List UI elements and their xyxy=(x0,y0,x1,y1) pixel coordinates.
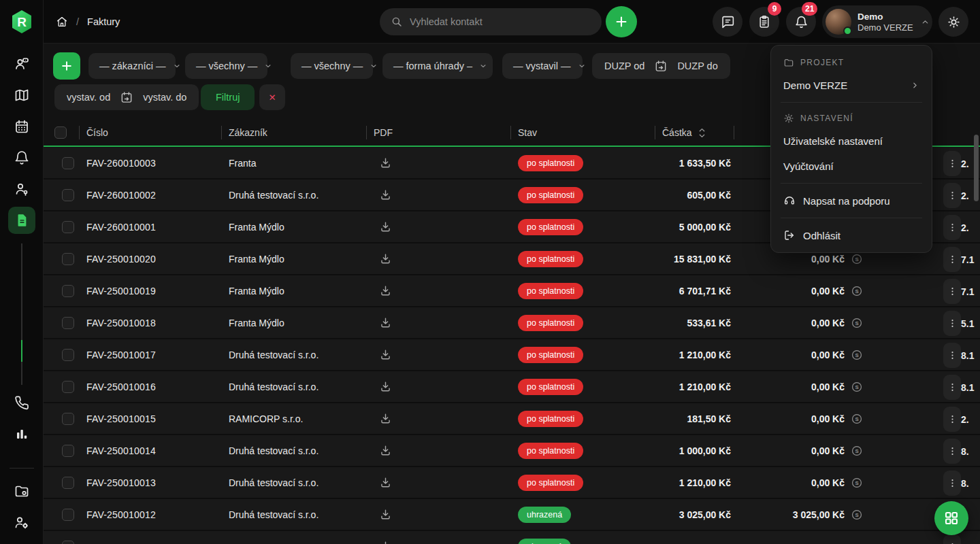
row-actions-kebab-icon[interactable] xyxy=(943,183,961,208)
invoice-amount: 605,00 Kč xyxy=(655,190,734,201)
invoice-paid-amount: 0,00 Kč xyxy=(811,381,845,392)
menu-item-billing[interactable]: Vyúčtování xyxy=(771,154,932,179)
download-pdf-icon[interactable] xyxy=(379,188,392,201)
svg-text:S: S xyxy=(855,416,858,422)
download-pdf-icon[interactable] xyxy=(379,380,392,393)
download-pdf-icon[interactable] xyxy=(379,540,392,544)
table-row[interactable]: FAV-250010016 Druhá testovací s.r.o. po … xyxy=(44,371,980,403)
sidebar-item-reports[interactable] xyxy=(14,426,30,442)
table-row[interactable]: FAV-250010013 Druhá testovací s.r.o. po … xyxy=(44,467,980,499)
row-checkbox[interactable] xyxy=(62,509,74,521)
download-pdf-icon[interactable] xyxy=(379,252,392,265)
app-logo[interactable]: R xyxy=(8,8,35,35)
bar-chart-icon xyxy=(14,426,30,442)
sidebar-item-invoices-active[interactable] xyxy=(8,207,35,234)
filter-issuer-select[interactable]: — vystavil — xyxy=(502,53,583,79)
row-actions-kebab-icon[interactable] xyxy=(943,375,961,400)
download-pdf-icon[interactable] xyxy=(379,508,392,521)
filter-clear-button[interactable]: ✕ xyxy=(259,84,285,110)
quick-actions-fab[interactable] xyxy=(934,501,968,535)
row-checkbox[interactable] xyxy=(62,317,74,329)
table-row[interactable]: FAV-250010014 Druhá testovací s.r.o. po … xyxy=(44,435,980,467)
filter-issued-range[interactable]: vystav. od vystav. do xyxy=(54,84,199,110)
sidebar-item-calls[interactable] xyxy=(14,394,30,411)
sort-icon[interactable] xyxy=(698,128,706,138)
theme-toggle-button[interactable] xyxy=(938,7,968,37)
breadcrumb-page-title: Faktury xyxy=(87,16,120,27)
search-input[interactable] xyxy=(410,16,591,27)
row-actions-kebab-icon[interactable] xyxy=(943,407,961,432)
column-header-number[interactable]: Číslo xyxy=(79,120,221,146)
invoice-amount: 5 000,00 Kč xyxy=(655,222,734,233)
menu-item-support[interactable]: Napsat na podporu xyxy=(771,188,932,214)
row-actions-kebab-icon[interactable] xyxy=(943,343,961,368)
table-row[interactable]: uhrazená S xyxy=(44,531,980,544)
sidebar-item-calendar[interactable] xyxy=(14,118,30,135)
download-pdf-icon[interactable] xyxy=(379,316,392,329)
table-row[interactable]: FAV-250010012 Druhá testovací s.r.o. uhr… xyxy=(44,499,980,531)
row-checkbox[interactable] xyxy=(62,413,74,425)
sidebar-item-project-settings[interactable] xyxy=(14,483,30,499)
row-actions-kebab-icon[interactable] xyxy=(943,247,961,272)
row-actions-kebab-icon[interactable] xyxy=(943,311,961,336)
row-checkbox[interactable] xyxy=(62,381,74,393)
row-actions-kebab-icon[interactable] xyxy=(943,534,961,544)
filter-customers-select[interactable]: — zákazníci — xyxy=(88,53,176,79)
filter-all-2-select[interactable]: — všechny — xyxy=(291,53,373,79)
user-menu-button[interactable]: Demo Demo VERZE xyxy=(822,5,932,38)
download-pdf-icon[interactable] xyxy=(379,156,392,169)
menu-item-logout[interactable]: Odhlásit xyxy=(771,222,932,248)
filter-duzp-range[interactable]: DUZP od DUZP do xyxy=(592,53,730,79)
menu-item-project[interactable]: Demo VERZE xyxy=(771,73,932,98)
invoice-customer: Druhá testovací s.r.o. xyxy=(221,190,366,201)
sidebar-item-notifications[interactable] xyxy=(14,150,30,166)
sidebar-item-users-access[interactable] xyxy=(14,181,30,197)
select-all-checkbox[interactable] xyxy=(54,126,67,139)
sidebar-item-map[interactable] xyxy=(14,87,30,103)
row-checkbox[interactable] xyxy=(62,253,74,265)
home-icon[interactable] xyxy=(56,16,68,28)
row-checkbox[interactable] xyxy=(62,349,74,361)
row-checkbox[interactable] xyxy=(62,221,74,233)
menu-divider xyxy=(781,218,922,218)
row-checkbox[interactable] xyxy=(62,541,74,544)
messages-button[interactable] xyxy=(713,7,742,37)
new-invoice-button[interactable] xyxy=(53,52,80,80)
column-header-amount[interactable]: Částka xyxy=(655,120,734,146)
sidebar-item-user-admin[interactable] xyxy=(14,514,30,530)
table-row[interactable]: FAV-250010015 RAMICORP s.r.o. po splatno… xyxy=(44,403,980,435)
table-row[interactable]: FAV-250010018 Franta Mýdlo po splatnosti… xyxy=(44,307,980,339)
row-checkbox[interactable] xyxy=(62,477,74,489)
search-bar[interactable] xyxy=(380,8,602,35)
row-actions-kebab-icon[interactable] xyxy=(943,279,961,304)
download-pdf-icon[interactable] xyxy=(379,348,392,361)
add-contact-button[interactable] xyxy=(606,6,637,37)
row-actions-kebab-icon[interactable] xyxy=(943,151,961,176)
filter-submit-button[interactable]: Filtruj xyxy=(201,84,255,110)
sidebar-item-contacts[interactable] xyxy=(14,56,30,72)
table-row[interactable]: FAV-250010017 Druhá testovací s.r.o. po … xyxy=(44,339,980,371)
logout-icon xyxy=(783,229,796,241)
row-actions-kebab-icon[interactable] xyxy=(943,439,961,464)
menu-item-user-settings[interactable]: Uživatelské nastavení xyxy=(771,129,932,154)
sun-icon xyxy=(947,15,961,29)
row-checkbox[interactable] xyxy=(62,285,74,297)
table-row[interactable]: FAV-250010019 Franta Mýdlo po splatnosti… xyxy=(44,275,980,307)
menu-section-project: PROJEKT xyxy=(771,51,932,73)
filter-all-1-select[interactable]: — všechny — xyxy=(185,53,267,79)
filter-payment-form-select[interactable]: — forma úhrady – xyxy=(382,53,493,79)
row-checkbox[interactable] xyxy=(62,157,74,169)
download-pdf-icon[interactable] xyxy=(379,284,392,297)
column-header-status[interactable]: Stav xyxy=(510,120,655,146)
row-checkbox[interactable] xyxy=(62,445,74,457)
download-pdf-icon[interactable] xyxy=(379,444,392,457)
column-header-pdf[interactable]: PDF xyxy=(366,120,510,146)
vertical-scrollbar[interactable] xyxy=(974,135,979,201)
row-checkbox[interactable] xyxy=(62,189,74,201)
download-pdf-icon[interactable] xyxy=(379,476,392,489)
row-actions-kebab-icon[interactable] xyxy=(943,215,961,240)
column-header-customer[interactable]: Zákazník xyxy=(221,120,366,146)
row-actions-kebab-icon[interactable] xyxy=(943,471,961,496)
download-pdf-icon[interactable] xyxy=(379,412,392,425)
download-pdf-icon[interactable] xyxy=(379,220,392,233)
